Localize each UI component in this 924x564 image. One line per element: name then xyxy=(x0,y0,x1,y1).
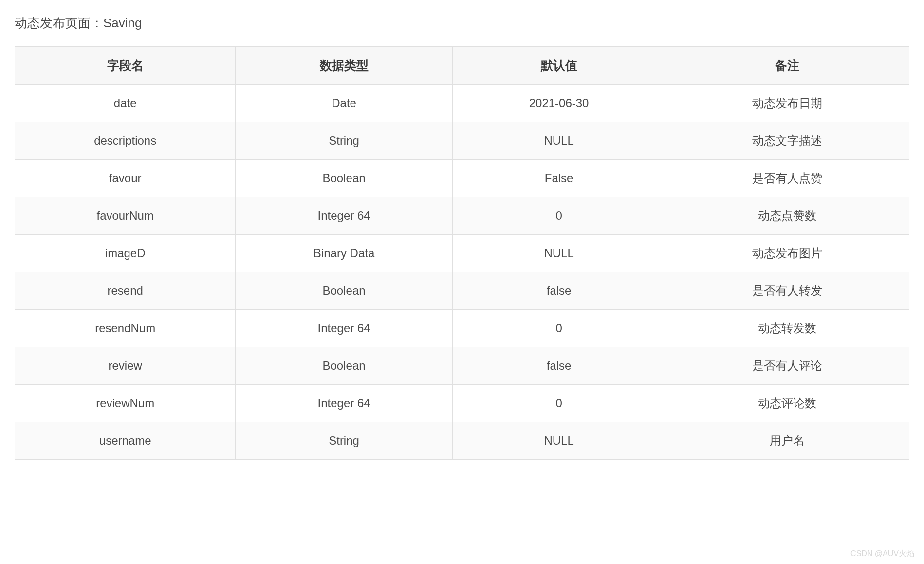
cell-field: resendNum xyxy=(15,310,236,347)
cell-note: 动态转发数 xyxy=(665,310,909,347)
table-header-row: 字段名 数据类型 默认值 备注 xyxy=(15,47,909,85)
cell-type: Integer 64 xyxy=(236,385,452,422)
cell-field: imageD xyxy=(15,235,236,272)
cell-default: false xyxy=(452,347,665,385)
cell-field: favourNum xyxy=(15,197,236,235)
cell-default: 0 xyxy=(452,197,665,235)
cell-note: 是否有人点赞 xyxy=(665,160,909,197)
cell-note: 动态点赞数 xyxy=(665,197,909,235)
cell-note: 动态文字描述 xyxy=(665,122,909,160)
cell-note: 是否有人转发 xyxy=(665,272,909,310)
cell-note: 动态发布图片 xyxy=(665,235,909,272)
cell-type: Integer 64 xyxy=(236,197,452,235)
cell-type: Binary Data xyxy=(236,235,452,272)
table-row: resendBooleanfalse是否有人转发 xyxy=(15,272,909,310)
cell-default: NULL xyxy=(452,122,665,160)
page-title: 动态发布页面：Saving xyxy=(15,15,909,32)
table-row: dateDate2021-06-30动态发布日期 xyxy=(15,85,909,122)
cell-type: Boolean xyxy=(236,160,452,197)
cell-note: 动态评论数 xyxy=(665,385,909,422)
cell-type: Integer 64 xyxy=(236,310,452,347)
col-header-note: 备注 xyxy=(665,47,909,85)
table-row: resendNumInteger 640动态转发数 xyxy=(15,310,909,347)
cell-field: resend xyxy=(15,272,236,310)
table-body: dateDate2021-06-30动态发布日期descriptionsStri… xyxy=(15,85,909,460)
table-row: favourNumInteger 640动态点赞数 xyxy=(15,197,909,235)
cell-type: Date xyxy=(236,85,452,122)
col-header-default: 默认值 xyxy=(452,47,665,85)
cell-default: 0 xyxy=(452,310,665,347)
cell-field: review xyxy=(15,347,236,385)
cell-default: false xyxy=(452,272,665,310)
col-header-type: 数据类型 xyxy=(236,47,452,85)
table-row: favourBooleanFalse是否有人点赞 xyxy=(15,160,909,197)
cell-default: 2021-06-30 xyxy=(452,85,665,122)
table-row: reviewBooleanfalse是否有人评论 xyxy=(15,347,909,385)
schema-table: 字段名 数据类型 默认值 备注 dateDate2021-06-30动态发布日期… xyxy=(15,46,909,460)
cell-type: Boolean xyxy=(236,347,452,385)
table-row: reviewNumInteger 640动态评论数 xyxy=(15,385,909,422)
cell-field: reviewNum xyxy=(15,385,236,422)
col-header-field: 字段名 xyxy=(15,47,236,85)
cell-field: date xyxy=(15,85,236,122)
cell-type: String xyxy=(236,122,452,160)
cell-note: 动态发布日期 xyxy=(665,85,909,122)
cell-field: favour xyxy=(15,160,236,197)
cell-default: 0 xyxy=(452,385,665,422)
cell-field: descriptions xyxy=(15,122,236,160)
table-row: descriptionsStringNULL动态文字描述 xyxy=(15,122,909,160)
cell-note: 是否有人评论 xyxy=(665,347,909,385)
table-row: usernameStringNULL用户名 xyxy=(15,422,909,460)
cell-default: NULL xyxy=(452,235,665,272)
cell-note: 用户名 xyxy=(665,422,909,460)
cell-type: String xyxy=(236,422,452,460)
cell-default: NULL xyxy=(452,422,665,460)
cell-default: False xyxy=(452,160,665,197)
cell-type: Boolean xyxy=(236,272,452,310)
cell-field: username xyxy=(15,422,236,460)
table-row: imageDBinary DataNULL动态发布图片 xyxy=(15,235,909,272)
